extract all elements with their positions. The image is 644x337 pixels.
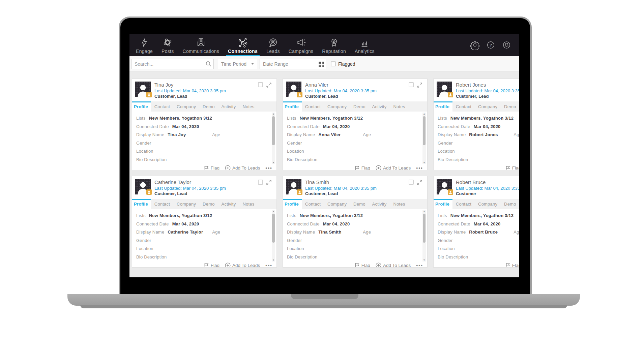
last-updated-link[interactable]: Last Updated: Mar 04, 2020 3:35 pm	[305, 88, 377, 94]
card-profile-fields: Lists New Members, Yogathon 3/12 Connect…	[132, 112, 276, 165]
tab-demo[interactable]: Demo	[501, 101, 519, 112]
more-options-button[interactable]: •••	[416, 263, 423, 268]
scrollbar-thumb[interactable]	[272, 116, 275, 145]
gear-icon[interactable]	[470, 40, 479, 50]
expand-icon[interactable]	[266, 180, 272, 185]
flag-button[interactable]: Flag	[204, 165, 219, 170]
tab-demo[interactable]: Demo	[199, 101, 218, 112]
tab-demo[interactable]: Demo	[199, 199, 218, 209]
tab-demo[interactable]: Demo	[501, 199, 519, 209]
expand-icon[interactable]	[266, 82, 272, 88]
tab-profile[interactable]: Profile	[434, 101, 452, 112]
nav-item-posts[interactable]: Posts	[157, 34, 178, 56]
scroll-up-arrow[interactable]: ▲	[272, 113, 275, 115]
field-label-bio: Bio Description	[438, 254, 468, 259]
nav-item-communications[interactable]: Communications	[178, 34, 224, 56]
scroll-down-arrow[interactable]: ▼	[422, 161, 426, 164]
tab-profile[interactable]: Profile	[283, 199, 302, 209]
time-period-select[interactable]: Time Period	[218, 59, 257, 69]
nav-item-campaigns[interactable]: Campaigns	[284, 34, 318, 56]
scroll-down-arrow[interactable]: ▼	[272, 161, 275, 164]
calendar-button[interactable]	[316, 59, 326, 69]
tab-contact[interactable]: Contact	[302, 199, 324, 209]
bolt-icon	[139, 37, 149, 48]
add-to-leads-button[interactable]: Add To Leads	[376, 263, 411, 268]
flagged-checkbox[interactable]	[331, 61, 336, 66]
tab-company[interactable]: Company	[173, 199, 199, 209]
tab-company[interactable]: Company	[475, 199, 501, 209]
card-select-checkbox[interactable]	[409, 180, 414, 185]
tab-contact[interactable]: Contact	[151, 101, 173, 112]
tab-company[interactable]: Company	[324, 199, 350, 209]
last-updated-link[interactable]: Last Updated: Mar 04, 2020 3:35 pm	[154, 88, 226, 94]
person-badge-icon	[449, 190, 452, 194]
connection-card: Anna Viler Last Updated: Mar 04, 2020 3:…	[283, 79, 428, 170]
nav-item-reputation[interactable]: Reputation	[318, 34, 350, 56]
more-options-button[interactable]: •••	[265, 263, 272, 268]
tab-contact[interactable]: Contact	[452, 199, 475, 209]
connection-card: Robert Bruce Last Updated: Mar 04, 2020 …	[433, 176, 519, 268]
scroll-down-arrow[interactable]: ▼	[422, 259, 426, 262]
tab-notes[interactable]: Notes	[390, 101, 408, 112]
card-select-checkbox[interactable]	[258, 180, 263, 185]
tab-profile[interactable]: Profile	[132, 199, 151, 209]
flag-button[interactable]: Flag	[354, 263, 370, 268]
tab-demo[interactable]: Demo	[350, 101, 369, 112]
contact-name: Tina Smith	[305, 179, 377, 186]
scrollbar-thumb[interactable]	[423, 116, 426, 145]
last-updated-link[interactable]: Last Updated: Mar 04, 2020 3:35 pm	[456, 186, 519, 191]
more-options-button[interactable]: •••	[265, 165, 272, 170]
tab-notes[interactable]: Notes	[239, 101, 258, 112]
card-select-checkbox[interactable]	[409, 82, 414, 87]
card-select-checkbox[interactable]	[258, 82, 263, 87]
tab-demo[interactable]: Demo	[350, 199, 369, 209]
expand-icon[interactable]	[417, 82, 422, 88]
tab-activity[interactable]: Activity	[369, 101, 390, 112]
flag-button[interactable]: Flag	[505, 263, 519, 268]
last-updated-link[interactable]: Last Updated: Mar 04, 2020 3:35 pm	[456, 88, 519, 94]
notifications-bell-icon[interactable]	[502, 40, 511, 50]
last-updated-link[interactable]: Last Updated: Mar 04, 2020 3:35 pm	[305, 186, 377, 191]
cards-grid: Tina Joy Last Updated: Mar 04, 2020 3:35…	[129, 72, 519, 277]
tab-notes[interactable]: Notes	[239, 199, 258, 209]
flag-button[interactable]: Flag	[204, 263, 219, 268]
date-range-input[interactable]	[260, 59, 316, 69]
nav-item-leads[interactable]: Leads	[262, 34, 284, 56]
scroll-down-arrow[interactable]: ▼	[272, 259, 275, 262]
laptop-base-lip	[80, 305, 567, 308]
tab-activity[interactable]: Activity	[218, 101, 239, 112]
bar-chart-icon	[359, 37, 370, 48]
add-to-leads-button[interactable]: Add To Leads	[376, 165, 411, 170]
nav-item-analytics[interactable]: Analytics	[350, 34, 379, 56]
nav-item-connections[interactable]: Connections	[224, 34, 262, 56]
scroll-up-arrow[interactable]: ▲	[422, 210, 426, 213]
help-icon[interactable]: ?	[486, 40, 495, 50]
tab-profile[interactable]: Profile	[132, 101, 151, 112]
add-to-leads-button[interactable]: Add To Leads	[225, 165, 260, 170]
tab-contact[interactable]: Contact	[151, 199, 173, 209]
more-options-button[interactable]: •••	[416, 165, 423, 170]
search-input[interactable]	[131, 59, 214, 69]
tab-company[interactable]: Company	[475, 101, 501, 112]
add-to-leads-button[interactable]: Add To Leads	[225, 263, 260, 268]
tab-company[interactable]: Company	[173, 101, 199, 112]
tab-company[interactable]: Company	[324, 101, 350, 112]
scrollbar-thumb[interactable]	[272, 214, 275, 243]
expand-icon[interactable]	[417, 180, 422, 185]
tab-activity[interactable]: Activity	[369, 199, 390, 209]
nav-item-engage[interactable]: Engage	[131, 34, 157, 56]
tab-profile[interactable]: Profile	[283, 101, 302, 112]
card-header: Tina Smith Last Updated: Mar 04, 2020 3:…	[283, 176, 427, 199]
last-updated-link[interactable]: Last Updated: Mar 04, 2020 3:35 pm	[154, 186, 226, 191]
field-label-bio: Bio Description	[136, 157, 167, 162]
scroll-up-arrow[interactable]: ▲	[272, 210, 275, 213]
flag-button[interactable]: Flag	[505, 165, 519, 170]
tab-profile[interactable]: Profile	[434, 199, 452, 209]
tab-contact[interactable]: Contact	[302, 101, 324, 112]
tab-activity[interactable]: Activity	[218, 199, 239, 209]
scroll-up-arrow[interactable]: ▲	[422, 113, 426, 115]
scrollbar-thumb[interactable]	[423, 214, 426, 243]
tab-notes[interactable]: Notes	[390, 199, 408, 209]
tab-contact[interactable]: Contact	[452, 101, 475, 112]
flag-button[interactable]: Flag	[354, 165, 370, 170]
